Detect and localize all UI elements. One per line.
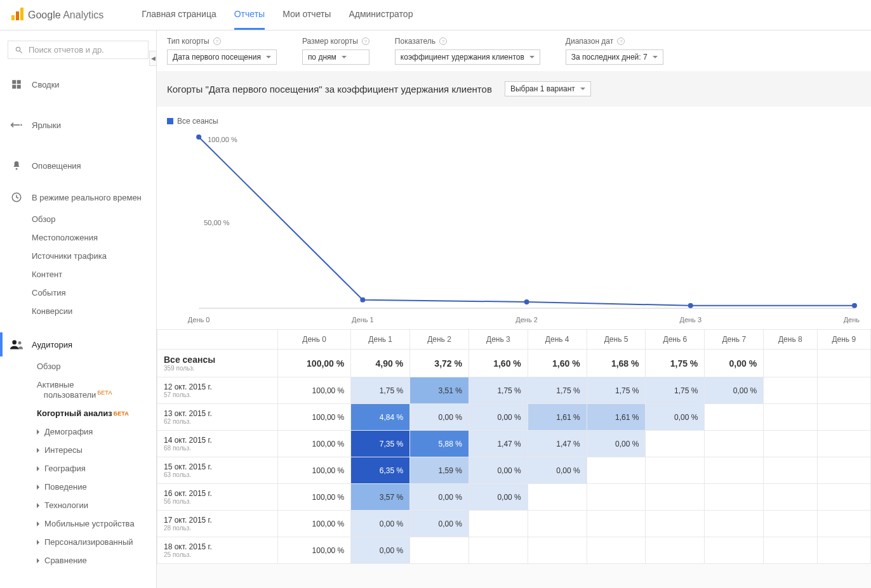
sidebar-sub-item[interactable]: Местоположения (0, 228, 156, 247)
table-cell: 100,00 % (278, 511, 351, 537)
dropdown-date-range[interactable]: За последних дней: 7 (566, 49, 663, 65)
table-cell (764, 537, 817, 564)
table-cell: 0,00 % (469, 404, 528, 431)
sidebar-sub-item[interactable]: Демография (0, 422, 156, 441)
table-cell: 0,00 % (410, 511, 469, 537)
sidebar-item[interactable]: Аудитория (0, 332, 156, 357)
table-cell (469, 511, 528, 537)
sidebar-sub-item[interactable]: Поведение (0, 478, 156, 496)
sidebar-sub-item[interactable]: Контент (0, 265, 156, 284)
table-cell: 1,75 % (528, 377, 587, 404)
dropdown-variant[interactable]: Выбран 1 вариант (505, 81, 591, 96)
table-cell: 0,00 % (469, 457, 528, 484)
retention-line-chart: 100,00 %50,00 %День 0День 1День 2День 3Д… (167, 131, 861, 327)
svg-text:День 4: День 4 (844, 316, 861, 323)
table-cell: 0,00 % (705, 377, 764, 404)
sidebar-sub-item[interactable]: География (0, 459, 156, 478)
table-total-cell: 1,75 % (646, 350, 705, 377)
table-row: 16 окт. 2015 г.56 польз.100,00 %3,57 %0,… (157, 484, 871, 511)
nav-tab[interactable]: Отчеты (234, 0, 265, 30)
sidebar-item[interactable]: Сводки (0, 72, 156, 97)
table-cell: 1,47 % (469, 431, 528, 457)
sidebar-sub-label: Интересы (44, 445, 83, 455)
sidebar-sub-item[interactable]: Технологии (0, 496, 156, 514)
svg-point-20 (852, 303, 857, 308)
sidebar-sub-item[interactable]: Когортный анализБЕТА (0, 404, 156, 422)
help-icon[interactable]: ? (213, 37, 221, 45)
dropdown-cohort-type[interactable]: Дата первого посещения (167, 49, 277, 65)
nav-tab[interactable]: Администратор (349, 0, 413, 30)
sidebar-search[interactable]: Поиск отчетов и др. (8, 41, 149, 59)
chart-legend: Все сеансы (167, 117, 861, 126)
table-cell: 100,00 % (278, 431, 351, 457)
sidebar-item[interactable]: В режиме реального времен (0, 185, 156, 210)
help-icon[interactable]: ? (439, 37, 447, 45)
chevron-right-icon (37, 540, 39, 545)
table-cell (764, 484, 817, 511)
svg-text:День 3: День 3 (679, 316, 701, 323)
sidebar-sub-label: Персонализированный (44, 537, 133, 547)
sidebar-sub-item[interactable]: Конверсии (0, 302, 156, 320)
legend-square-icon (167, 118, 173, 124)
table-row: 15 окт. 2015 г.63 польз.100,00 %6,35 %1,… (157, 457, 871, 484)
table-cell (646, 484, 705, 511)
sidebar-item[interactable]: Оповещения (0, 153, 156, 178)
table-cell (817, 484, 870, 511)
table-cell: 1,75 % (646, 377, 705, 404)
svg-rect-2 (20, 8, 23, 20)
beta-badge: БЕТА (97, 389, 112, 396)
table-cell: 1,75 % (587, 377, 646, 404)
sidebar-sub-item[interactable]: Обзор (0, 210, 156, 228)
table-cell: 0,00 % (587, 431, 646, 457)
sidebar-sub-item[interactable]: События (0, 284, 156, 302)
chevron-right-icon (37, 558, 39, 563)
help-icon[interactable]: ? (362, 37, 369, 45)
sidebar-sub-item[interactable]: Источники трафика (0, 247, 156, 265)
table-total-cell: 1,68 % (587, 350, 646, 377)
table-cell: 100,00 % (278, 484, 351, 511)
sidebar-sub-item[interactable]: Активные пользователиБЕТА (0, 376, 156, 404)
help-icon[interactable]: ? (617, 37, 625, 45)
nav-tab[interactable]: Главная страница (142, 0, 216, 30)
table-total-cell: 1,60 % (528, 350, 587, 377)
table-cell (587, 457, 646, 484)
table-cell: 1,59 % (410, 457, 469, 484)
table-cell (528, 511, 587, 537)
dropdown-cohort-size[interactable]: по дням (302, 49, 369, 65)
table-cell (587, 511, 646, 537)
table-cell: 0,00 % (351, 511, 410, 537)
chevron-right-icon (37, 448, 39, 453)
sidebar-sub-item[interactable]: Мобильные устройства (0, 514, 156, 533)
table-col-header: День 6 (646, 330, 705, 350)
svg-text:День 2: День 2 (515, 316, 538, 323)
table-row-label: 12 окт. 2015 г.57 польз. (157, 377, 278, 404)
table-row-label: 14 окт. 2015 г.68 польз. (157, 431, 278, 457)
sidebar-sub-label: Демография (44, 427, 93, 436)
filter-cohort-type: Тип когорты? Дата первого посещения (167, 37, 277, 65)
table-cell (587, 537, 646, 564)
filter-label-cohort-type: Тип когорты (167, 37, 209, 46)
svg-point-9 (16, 168, 18, 170)
sidebar-sub-item[interactable]: Персонализированный (0, 533, 156, 551)
sidebar-sub-label: Мобильные устройства (44, 519, 135, 528)
table-cell: 1,75 % (351, 377, 410, 404)
chevron-right-icon (37, 429, 39, 434)
nav-tab[interactable]: Мои отчеты (283, 0, 331, 30)
sidebar-sub-item[interactable]: Интересы (0, 441, 156, 459)
sidebar-sub-item[interactable]: Обзор (0, 357, 156, 376)
table-col-header: День 9 (817, 330, 870, 350)
svg-point-17 (360, 297, 365, 303)
sidebar-collapse-handle[interactable]: ◀ (149, 51, 157, 66)
sidebar-item[interactable]: Ярлыки (0, 112, 156, 138)
table-cell (764, 431, 817, 457)
cohort-table: День 0День 1День 2День 3День 4День 5День… (157, 329, 871, 564)
sidebar-sub-item[interactable]: Сравнение (0, 551, 156, 570)
table-cell: 4,84 % (351, 404, 410, 431)
svg-rect-0 (11, 15, 15, 20)
svg-rect-4 (17, 80, 21, 84)
dropdown-metric[interactable]: коэффициент удержания клиентов (395, 49, 540, 65)
sidebar-sub-label: География (44, 464, 86, 473)
table-cell: 3,57 % (351, 484, 410, 511)
svg-point-12 (18, 341, 22, 344)
table-row-label: 18 окт. 2015 г.25 польз. (157, 537, 278, 564)
